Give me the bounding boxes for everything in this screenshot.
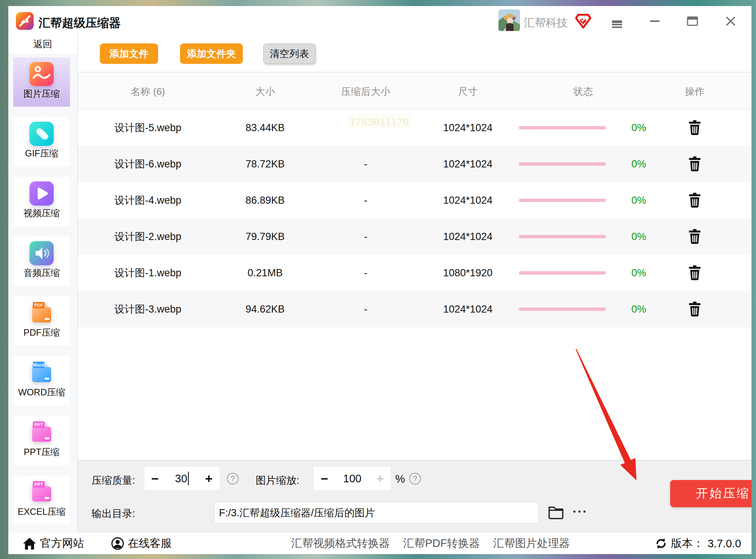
add-folder-button[interactable]: 添加文件夹 — [180, 43, 243, 64]
update-refresh-icon — [655, 537, 667, 550]
file-name: 设计图-1.webp — [114, 266, 181, 280]
progress-bar — [519, 126, 606, 130]
file-dimensions: 1080*1920 — [443, 267, 493, 279]
user-avatar[interactable] — [498, 9, 520, 31]
official-site-link[interactable]: 官方网站 — [23, 536, 84, 551]
sidebar-item-word[interactable]: Word WORD压缩 — [13, 356, 70, 405]
file-size: 78.72KB — [245, 158, 285, 170]
back-button[interactable]: 返回 — [8, 34, 77, 54]
main-content: 添加文件 添加文件夹 清空列表 名称 (6) 大小 压缩后大小 尺寸 状态 操作… — [78, 34, 751, 533]
file-size: 0.21MB — [247, 267, 283, 279]
file-size: 94.62KB — [245, 304, 285, 315]
sidebar-item-label: 视频压缩 — [13, 207, 70, 219]
quality-minus-button[interactable]: − — [151, 472, 159, 485]
column-size: 大小 — [255, 85, 275, 98]
table-row: 设计图-4.webp 86.89KB - 1024*1024 0% — [78, 182, 751, 218]
file-dimensions: 1024*1024 — [443, 195, 493, 206]
svg-text:PDF: PDF — [34, 303, 43, 308]
quality-help-icon[interactable]: ? — [227, 473, 239, 485]
sidebar-item-label: PDF压缩 — [13, 327, 70, 339]
table-row: 设计图-3.webp 94.62KB - 1024*1024 0% — [78, 291, 751, 327]
compressed-size: - — [364, 195, 368, 206]
progress-bar — [519, 199, 606, 202]
column-actions: 操作 — [685, 85, 705, 98]
sidebar-item-label: PPT压缩 — [13, 446, 70, 458]
file-size: 86.89KB — [245, 195, 285, 206]
delete-row-button[interactable] — [688, 156, 702, 172]
pdf-folder-icon: PDF — [29, 301, 54, 325]
scale-help-icon[interactable]: ? — [409, 473, 421, 485]
vip-badge-icon[interactable] — [575, 14, 591, 29]
more-options-button[interactable]: ··· — [570, 502, 591, 521]
file-dimensions: 1024*1024 — [443, 122, 493, 134]
column-status: 状态 — [573, 85, 593, 98]
close-button[interactable] — [721, 14, 740, 29]
menu-button[interactable] — [607, 14, 627, 29]
gif-icon — [29, 122, 54, 146]
delete-row-button[interactable] — [688, 229, 702, 244]
sidebar-item-image[interactable]: 图片压缩 — [13, 57, 70, 107]
pdf-converter-link[interactable]: 汇帮PDF转换器 — [403, 536, 480, 551]
sidebar-item-gif[interactable]: GIF压缩 — [13, 117, 70, 166]
progress-percent: 0% — [631, 122, 646, 134]
sidebar-item-label: EXCEL压缩 — [13, 506, 70, 518]
file-dimensions: 1024*1024 — [443, 304, 493, 315]
delete-row-button[interactable] — [688, 120, 702, 135]
quality-value[interactable]: 30 — [175, 472, 189, 485]
compressed-size: - — [364, 267, 368, 279]
progress-bar — [519, 163, 606, 166]
minimize-button[interactable] — [645, 14, 664, 29]
output-path-input[interactable]: F:/3.汇帮超级压缩器/压缩后的图片 — [214, 502, 539, 523]
sidebar-item-excel[interactable]: PPT EXCEL压缩 — [13, 475, 70, 525]
column-dimensions: 尺寸 — [458, 85, 478, 98]
sidebar: 返回 图片压缩GIF压缩视频压缩音频压缩 PDF PDF压缩 Word WORD… — [8, 34, 78, 533]
sidebar-item-audio[interactable]: 音频压缩 — [13, 237, 70, 286]
sidebar-item-video[interactable]: 视频压缩 — [13, 177, 70, 226]
start-compress-button[interactable]: 开始压缩 — [670, 480, 751, 507]
file-name: 设计图-6.webp — [114, 157, 181, 171]
footer: 官方网站 在线客服 汇帮视频格式转换器 汇帮PDF转换器 汇帮图片处理器 版本：… — [8, 533, 751, 554]
scale-label: 图片缩放: — [256, 474, 300, 487]
bottom-panel: 压缩质量: − 30 + ? 图片缩放: − 100 + % ? 开始压缩 输出… — [78, 460, 751, 533]
table-row: 设计图-2.webp 79.79KB - 1024*1024 0% — [78, 218, 751, 255]
scale-plus-button[interactable]: + — [376, 472, 384, 485]
column-name: 名称 (6) — [131, 85, 165, 98]
sidebar-item-ppt[interactable]: PPT PPT压缩 — [13, 416, 70, 465]
scale-minus-button[interactable]: − — [321, 472, 328, 485]
column-compressed: 压缩后大小 — [341, 85, 390, 98]
delete-row-button[interactable] — [688, 193, 702, 208]
video-icon — [29, 181, 54, 206]
home-icon — [23, 537, 36, 550]
app-window: 汇帮超级压缩器 汇帮科技 — [8, 6, 751, 554]
progress-percent: 0% — [631, 158, 646, 170]
progress-bar — [519, 235, 606, 238]
maximize-button[interactable] — [683, 14, 702, 29]
sidebar-item-pdf[interactable]: PDF PDF压缩 — [13, 296, 70, 345]
table-row: 设计图-5.webp 83.44KB - 1024*1024 0% — [78, 110, 751, 146]
account-name[interactable]: 汇帮科技 — [524, 15, 568, 31]
file-size: 79.79KB — [245, 231, 285, 243]
delete-row-button[interactable] — [688, 302, 702, 317]
browse-folder-icon[interactable] — [547, 503, 565, 521]
clear-list-button[interactable]: 清空列表 — [263, 43, 315, 64]
add-file-button[interactable]: 添加文件 — [100, 43, 158, 64]
video-converter-link[interactable]: 汇帮视频格式转换器 — [291, 536, 390, 551]
scale-stepper: − 100 + — [314, 467, 391, 490]
word-folder-icon: Word — [29, 361, 54, 385]
online-support-link[interactable]: 在线客服 — [111, 536, 172, 551]
file-dimensions: 1024*1024 — [443, 158, 493, 170]
quality-plus-button[interactable]: + — [205, 472, 213, 485]
table-row: 设计图-6.webp 78.72KB - 1024*1024 0% — [78, 146, 751, 182]
percent-sign: % — [395, 473, 405, 485]
progress-percent: 0% — [631, 267, 646, 279]
sidebar-item-label: GIF压缩 — [13, 147, 70, 159]
support-person-icon — [111, 537, 124, 550]
svg-text:Word: Word — [33, 362, 44, 368]
app-logo-icon — [16, 12, 34, 30]
progress-bar — [519, 271, 606, 275]
file-dimensions: 1024*1024 — [443, 231, 493, 243]
delete-row-button[interactable] — [688, 265, 702, 280]
scale-value[interactable]: 100 — [343, 472, 361, 485]
compressed-size: - — [364, 158, 368, 170]
image-processor-link[interactable]: 汇帮图片处理器 — [493, 536, 570, 551]
